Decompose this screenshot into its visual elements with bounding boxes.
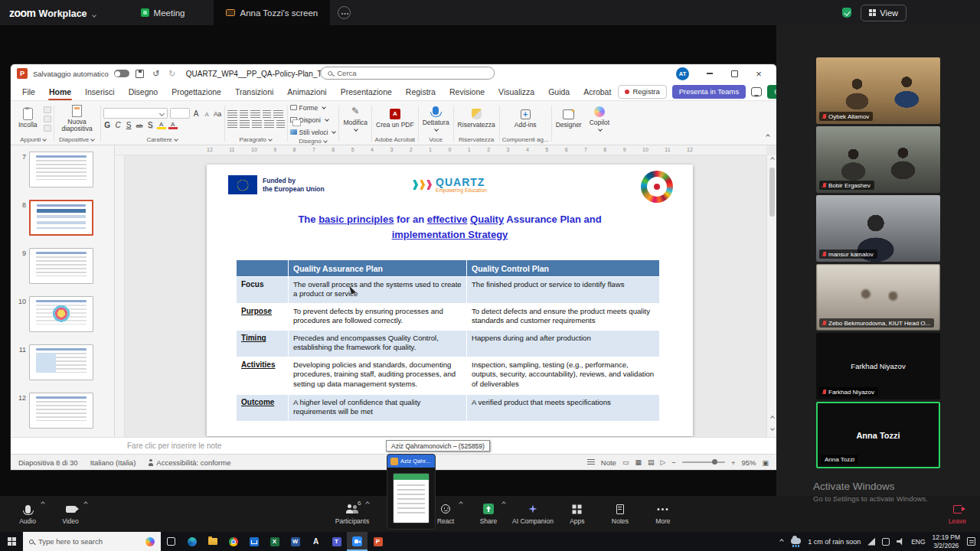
participant-tile[interactable]: Oybek Allamov <box>816 57 940 124</box>
bullets-icon[interactable] <box>227 110 237 118</box>
tab-options-icon[interactable] <box>338 6 351 19</box>
decrease-font-icon[interactable] <box>203 109 211 118</box>
search-box[interactable]: Cerca <box>320 67 495 80</box>
align-center-icon[interactable] <box>240 120 250 128</box>
slide-nav-buttons[interactable] <box>769 416 775 435</box>
toolbar-video-button[interactable]: Video <box>49 496 92 532</box>
text-shadow-icon[interactable] <box>146 121 155 129</box>
meeting-tab[interactable]: Meeting <box>129 0 198 25</box>
decrease-indent-icon[interactable] <box>250 110 260 118</box>
sensitivity-button[interactable]: Riservatezza <box>456 107 497 129</box>
zoom-in-icon[interactable] <box>731 458 736 467</box>
paste-button[interactable]: Incolla <box>16 107 40 129</box>
format-painter-icon[interactable] <box>44 125 51 132</box>
shapes-button[interactable]: Forme <box>290 103 337 112</box>
ribbon-tab-disegno[interactable]: Disegno <box>122 83 165 100</box>
align-right-icon[interactable] <box>252 120 262 128</box>
ribbon-tab-guida[interactable]: Guida <box>541 83 577 100</box>
toolbar-audio-button[interactable]: Audio <box>6 496 49 532</box>
volume-icon[interactable] <box>897 538 904 546</box>
taskbar-zoom-button[interactable] <box>347 532 368 551</box>
zoom-slider-knob[interactable] <box>712 459 717 465</box>
zoom-workplace-brand[interactable]: zoom Workplace <box>0 7 107 19</box>
slide-thumbnail[interactable] <box>29 344 93 380</box>
ribbon-tab-revisione[interactable]: Revisione <box>443 83 492 100</box>
participant-tile[interactable]: Farkhad NiyazovFarkhad Niyazov <box>816 333 940 399</box>
fit-slide-icon[interactable] <box>762 458 769 467</box>
language-indicator[interactable]: Italiano (Italia) <box>90 458 136 467</box>
bold-icon[interactable] <box>103 121 112 129</box>
tray-icon[interactable] <box>882 538 890 546</box>
italic-icon[interactable] <box>114 121 122 129</box>
align-left-icon[interactable] <box>227 120 237 128</box>
zoom-level[interactable]: 95% <box>741 458 756 467</box>
columns-icon[interactable] <box>276 120 285 128</box>
scrollbar-thumb[interactable] <box>769 168 775 217</box>
participant-tile[interactable]: mansur kamalov <box>816 195 940 262</box>
slide-thumbnail[interactable] <box>29 296 93 332</box>
taskbar-search[interactable]: Type here to search <box>23 532 161 551</box>
slide-thumbnail[interactable] <box>29 393 93 429</box>
quick-styles-button[interactable]: Stili veloci <box>290 127 337 137</box>
next-slide-icon[interactable] <box>770 426 775 431</box>
ribbon-tab-acrobat[interactable]: Acrobat <box>577 83 618 100</box>
new-slide-button[interactable]: Nuova diapositiva <box>57 104 98 134</box>
start-button[interactable] <box>0 532 23 551</box>
previous-slide-icon[interactable] <box>770 416 775 420</box>
toolbar-ai-companion-button[interactable]: AI Companion <box>510 496 556 532</box>
qa-table[interactable]: Quality Assurance PlanQuality Control Pl… <box>236 259 660 422</box>
editing-button[interactable]: Modifica <box>341 105 369 132</box>
font-size-select[interactable] <box>170 108 190 119</box>
notes-toggle[interactable]: Note <box>601 458 616 467</box>
cut-icon[interactable] <box>44 106 51 113</box>
line-spacing-icon[interactable] <box>273 110 283 118</box>
taskbar-task-view-button[interactable] <box>161 532 181 551</box>
participant-tile[interactable]: Zebo Bekmurodovna, KIUT Head O... <box>816 264 940 331</box>
collapse-ribbon-icon[interactable] <box>764 132 770 140</box>
comments-icon[interactable] <box>751 87 762 96</box>
tray-expand-icon[interactable] <box>779 539 784 543</box>
taskbar-powerpoint-button[interactable] <box>368 532 388 551</box>
editor-scrollbar[interactable] <box>766 155 776 437</box>
underline-icon[interactable] <box>125 121 133 129</box>
dictate-button[interactable]: Dettatura <box>421 105 451 132</box>
toolbar-share-button[interactable]: Share <box>467 496 510 532</box>
font-name-select[interactable] <box>103 108 168 119</box>
zoom-out-icon[interactable] <box>671 458 676 467</box>
slide-counter[interactable]: Diapositiva 8 di 30 <box>18 458 78 467</box>
restore-icon[interactable] <box>723 65 746 82</box>
present-in-teams-button[interactable]: Presenta in Teams <box>672 85 746 99</box>
highlight-color-icon[interactable] <box>157 121 166 129</box>
account-avatar[interactable]: AT <box>676 67 689 80</box>
taskbar-edge-button[interactable] <box>181 532 202 551</box>
justify-icon[interactable] <box>264 120 274 128</box>
create-pdf-button[interactable]: Crea un PDF <box>374 107 416 129</box>
language-switcher[interactable]: ENG <box>911 538 925 546</box>
accessibility-status[interactable]: Accessibilità: conforme <box>148 458 230 467</box>
designer-button[interactable]: Designer <box>554 107 583 129</box>
copy-icon[interactable] <box>44 116 51 122</box>
leave-button[interactable]: Leave <box>949 504 966 525</box>
ribbon-tab-registra[interactable]: Registra <box>399 83 443 100</box>
minimize-icon[interactable] <box>698 65 721 82</box>
ribbon-tab-inserisci[interactable]: Inserisci <box>78 83 122 100</box>
screen-share-tab[interactable]: Anna Tozzi's screen <box>214 0 330 25</box>
ribbon-tab-transizioni[interactable]: Transizioni <box>228 83 280 100</box>
font-color-icon[interactable] <box>168 121 178 129</box>
taskbar-acrobat-button[interactable] <box>305 532 326 551</box>
ribbon-tab-home[interactable]: Home <box>42 83 78 100</box>
scroll-up-icon[interactable] <box>770 157 775 161</box>
ribbon-tab-file[interactable]: File <box>15 83 42 100</box>
arrange-button[interactable]: Disponi <box>290 115 337 125</box>
change-case-icon[interactable] <box>214 109 222 118</box>
numbering-icon[interactable] <box>240 110 248 118</box>
participant-tile[interactable]: Bobir Ergashev <box>816 126 940 193</box>
close-icon[interactable] <box>747 65 770 82</box>
ribbon-tab-animazioni[interactable]: Animazioni <box>280 83 333 100</box>
ribbon-tab-visualizza[interactable]: Visualizza <box>492 83 541 100</box>
taskbar-excel-button[interactable] <box>264 532 285 551</box>
slide-thumbnail[interactable] <box>29 152 93 187</box>
slide-title[interactable]: The basic principles for an effective Qu… <box>266 212 634 243</box>
slide-sorter-icon[interactable] <box>635 458 642 466</box>
toolbar-apps-button[interactable]: Apps <box>556 496 599 532</box>
